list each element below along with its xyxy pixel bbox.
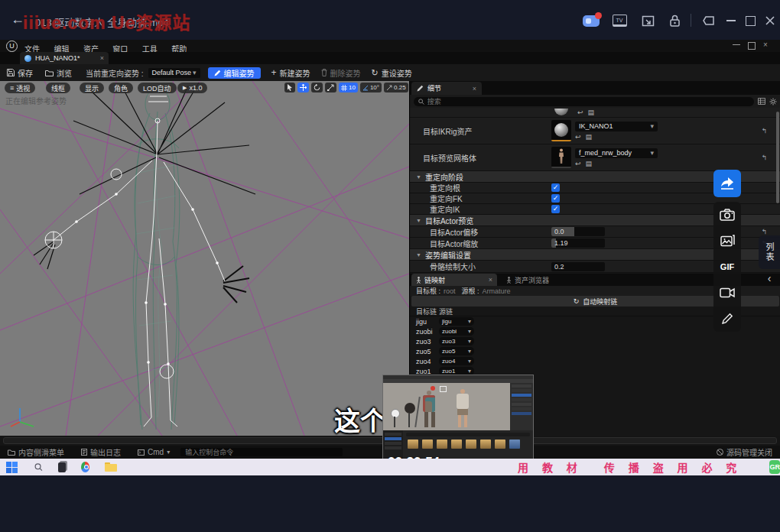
share-export-button[interactable] (713, 170, 741, 197)
chrome-icon[interactable] (81, 462, 89, 472)
ue-minimize-icon[interactable] (733, 44, 740, 45)
asset-tab[interactable]: HUA_NANO1* × (20, 52, 109, 64)
search-icon (418, 99, 424, 105)
grid-view-icon[interactable] (758, 98, 765, 105)
source-chain-select[interactable]: zuobi▾ (439, 327, 474, 336)
column-source-chain[interactable]: 源链 (439, 307, 453, 316)
reset-to-default-icon[interactable]: ↰ (761, 154, 767, 161)
details-scrollbar[interactable] (776, 112, 779, 203)
scale-tool-icon[interactable] (325, 83, 336, 92)
mini-window-icon[interactable] (639, 12, 656, 29)
folder-icon[interactable]: ▤ (588, 109, 595, 116)
ue-close-icon[interactable]: × (763, 41, 768, 49)
playlist-tab[interactable]: 列表 (759, 235, 780, 269)
ue-maximize-icon[interactable] (748, 42, 756, 50)
mesh-thumbnail[interactable] (551, 147, 571, 168)
video-record-button[interactable] (713, 280, 741, 306)
pip-preview[interactable]: 00:20:54 (382, 375, 534, 459)
playback-speed-button[interactable]: ▶x1.0 (177, 83, 207, 93)
close-button[interactable] (762, 12, 778, 29)
maximize-button[interactable] (742, 12, 759, 29)
viewport-canvas[interactable] (0, 81, 409, 436)
browse-icon[interactable]: ↩ (575, 160, 581, 167)
screenshot-button[interactable] (713, 202, 741, 228)
windows-start-icon[interactable] (6, 462, 18, 473)
pin-icon[interactable] (700, 12, 717, 29)
output-log-button[interactable]: 输出日志 (81, 446, 121, 458)
show-menu-button[interactable]: 显示 (80, 83, 104, 93)
actor-scale-field[interactable]: 1.19 (551, 238, 605, 248)
new-pose-button[interactable]: +新建姿势 (271, 67, 310, 79)
source-chain-select[interactable]: jigu▾ (439, 317, 474, 326)
folder-icon[interactable]: ▤ (586, 133, 593, 141)
move-tool-icon[interactable] (297, 83, 309, 92)
settings-gear-icon[interactable] (769, 98, 777, 105)
ik-rig-thumbnail[interactable] (551, 120, 571, 141)
pose-select[interactable]: Default Pose▾ (148, 68, 200, 78)
delete-pose-button[interactable]: 删除姿势 (321, 67, 361, 79)
retarget-ik-checkbox[interactable]: ✓ (551, 205, 560, 213)
edit-pose-button[interactable]: 编辑姿势 (208, 67, 261, 79)
source-chain-select[interactable]: zuo3▾ (439, 337, 474, 345)
tv-cast-icon[interactable]: TV (611, 12, 628, 29)
taskbar-search-icon[interactable] (34, 462, 43, 472)
details-search-input[interactable] (427, 98, 749, 105)
rotate-tool-icon[interactable] (311, 83, 323, 92)
retarget-fk-checkbox[interactable]: ✓ (551, 194, 560, 203)
source-chain-select[interactable]: zuo4▾ (439, 357, 474, 365)
bone-size-field[interactable]: 0.2 (551, 262, 605, 271)
folder-icon[interactable]: ▤ (586, 160, 593, 167)
lod-button[interactable]: LOD自动 (138, 83, 177, 93)
gif-record-button[interactable]: GIF (713, 254, 741, 280)
browse-icon[interactable]: ↩ (575, 133, 581, 141)
select-tool-icon[interactable] (284, 83, 295, 92)
person-icon (416, 277, 421, 284)
character-menu-button[interactable]: 角色 (109, 83, 133, 93)
collapse-chevron-icon[interactable]: ‹ (762, 271, 777, 286)
reset-pose-button[interactable]: ↻重设姿势 (372, 67, 412, 79)
console-command-input[interactable] (180, 448, 343, 456)
file-explorer-icon[interactable] (105, 462, 114, 472)
browse-button[interactable]: 浏览 (45, 67, 72, 79)
details-tab[interactable]: 细节 × (411, 82, 482, 95)
cmd-dropdown[interactable]: Cmd▾ (138, 448, 170, 456)
details-search[interactable] (414, 97, 754, 106)
app-window-icon[interactable] (58, 462, 67, 472)
game-center-icon[interactable] (583, 12, 600, 29)
chain-mapping-tab[interactable]: 链映射 × (411, 274, 497, 286)
source-chain-select[interactable]: zuo5▾ (439, 347, 474, 355)
mesh-select[interactable]: f_med_nrw_body▾ (575, 148, 658, 158)
retarget-root-checkbox[interactable]: ✓ (551, 183, 560, 192)
tray-gr-icon[interactable]: GR (769, 460, 780, 474)
reset-to-default-icon[interactable]: ↰ (761, 127, 767, 135)
details-close-icon[interactable]: × (473, 85, 476, 92)
viewport-menu-button[interactable]: ≡透视 (5, 83, 35, 93)
drawer-icon (8, 449, 15, 456)
video-frame[interactable]: U 文件 编辑 资产 窗口 工具 帮助 × HUA_NANO1* × (0, 40, 780, 459)
chain-row[interactable]: zuo3 zuo3▾ (410, 336, 780, 346)
reset-to-default-icon[interactable]: ↰ (761, 228, 767, 235)
grid-snap-button[interactable]: 10 (339, 83, 358, 92)
chain-row[interactable]: zuo4 zuo4▾ (410, 356, 780, 366)
ik-rig-select[interactable]: IK_NANO1▾ (575, 122, 658, 131)
asset-browser-tab[interactable]: 资产浏览器 (502, 274, 554, 286)
save-button[interactable]: 保存 (7, 67, 33, 79)
target-root-value: root (444, 287, 456, 295)
actor-offset-field[interactable]: 0.0 (551, 227, 605, 236)
wireframe-mode-button[interactable]: 线框 (46, 83, 70, 93)
annotate-pen-button[interactable] (713, 306, 741, 332)
scale-snap-button[interactable]: 0.25 (384, 83, 408, 92)
column-target-chain[interactable]: 目标链 (416, 307, 439, 316)
image-capture-button[interactable] (713, 228, 741, 254)
minimize-button[interactable] (723, 12, 739, 29)
share-icon (720, 177, 735, 190)
chain-tab-close-icon[interactable]: × (489, 276, 492, 284)
browse-icon[interactable]: ↩ (577, 109, 583, 116)
source-control-status[interactable]: 源码管理关闭 (717, 446, 772, 458)
tab-close-icon[interactable]: × (100, 54, 104, 62)
chain-row[interactable]: zuo5 zuo5▾ (410, 346, 780, 356)
angle-snap-button[interactable]: 10° (360, 83, 382, 92)
lock-icon[interactable] (666, 12, 683, 29)
content-drawer-button[interactable]: 内容侧滑菜单 (8, 446, 64, 458)
ue-menubar: U 文件 编辑 资产 窗口 工具 帮助 × (0, 40, 780, 52)
